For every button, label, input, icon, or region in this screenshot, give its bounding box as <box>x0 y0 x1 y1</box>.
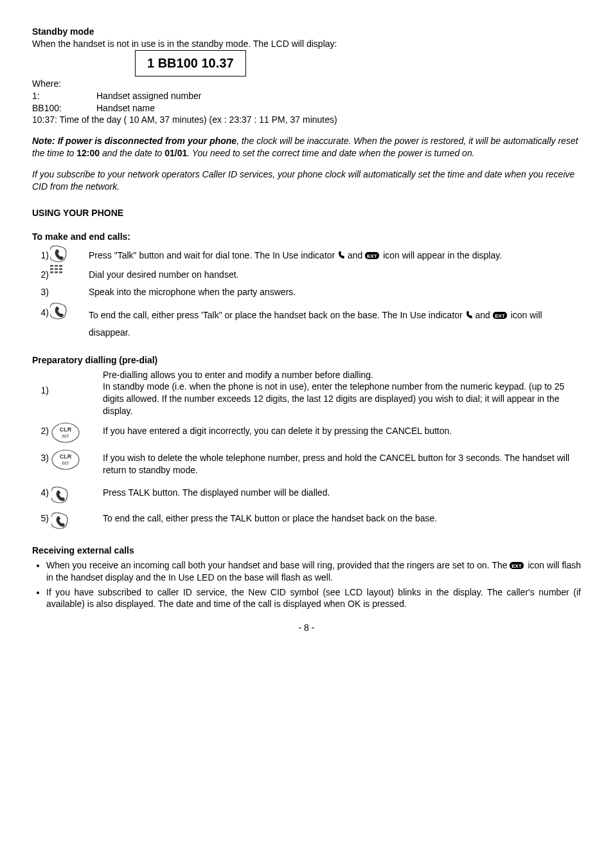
step-num: 2) <box>32 265 49 281</box>
where-label: Where: <box>32 78 581 90</box>
step-num: 3) <box>32 448 49 464</box>
step-text: To end the call, either press 'Talk" or … <box>89 303 581 341</box>
cid-note: If you subscribe to your network operato… <box>32 168 581 193</box>
step-text: To end the call, either press the TALK b… <box>103 511 581 525</box>
step-text: Press "Talk" button and wait for dial to… <box>89 246 581 262</box>
list-item: When you receive an incoming call both y… <box>46 559 581 584</box>
lcd-display-box: 1 BB100 10.37 <box>135 50 246 77</box>
step-text: Press TALK button. The displayed number … <box>103 485 581 499</box>
step-text: If you wish to delete the whole telephon… <box>103 448 581 476</box>
step-num: 5) <box>32 511 49 525</box>
step-num: 1) <box>32 246 49 262</box>
talk-key-icon <box>50 303 68 321</box>
step-num: 3) <box>32 282 49 298</box>
prep-intro-line: Pre-dialling allows you to enter and mod… <box>103 369 581 381</box>
time-line: 10:37: Time of the day ( 10 AM, 37 minut… <box>32 114 581 126</box>
ext-icon <box>510 562 525 570</box>
step-text: If you have entered a digit incorrectly,… <box>103 421 581 437</box>
talk-key-icon <box>51 487 69 505</box>
def-1-label: 1: <box>32 90 96 102</box>
make-end-heading: To make and end calls: <box>32 231 581 243</box>
standby-intro: When the handset is not in use is in the… <box>32 38 581 50</box>
prep-heading: Preparatory dialling (pre-dial) <box>32 354 581 366</box>
talk-key-icon <box>50 246 68 264</box>
keypad-icon <box>50 265 63 274</box>
step-num: 4) <box>32 485 49 499</box>
def-1-text: Handset assigned number <box>96 90 201 102</box>
ext-icon <box>365 252 380 260</box>
receiving-list: When you receive an incoming call both y… <box>46 559 581 611</box>
list-item: If you have subscribed to caller ID serv… <box>46 586 581 611</box>
power-note: Note: If power is disconnected from your… <box>32 135 581 159</box>
talk-key-icon <box>51 512 69 530</box>
ext-icon <box>493 312 508 320</box>
clr-int-key-icon <box>51 449 81 471</box>
step-num: 2) <box>32 421 49 437</box>
step-text: Dial your desired number on handset. <box>89 265 581 281</box>
clr-int-key-icon <box>51 422 81 444</box>
in-use-indicator-icon <box>465 311 473 320</box>
step-num: 1) <box>32 381 49 397</box>
step-num: 4) <box>32 303 49 319</box>
page-number: - 8 - <box>32 622 581 634</box>
receiving-heading: Receiving external calls <box>32 545 581 557</box>
step-text: In standby mode (i.e. when the phone is … <box>103 381 581 417</box>
in-use-indicator-icon <box>337 251 345 260</box>
step-text: Speak into the microphone when the party… <box>89 282 581 298</box>
def-2-text: Handset name <box>96 102 155 114</box>
def-2-label: BB100: <box>32 102 96 114</box>
standby-heading: Standby mode <box>32 26 581 38</box>
using-your-phone-heading: USING YOUR PHONE <box>32 207 581 219</box>
